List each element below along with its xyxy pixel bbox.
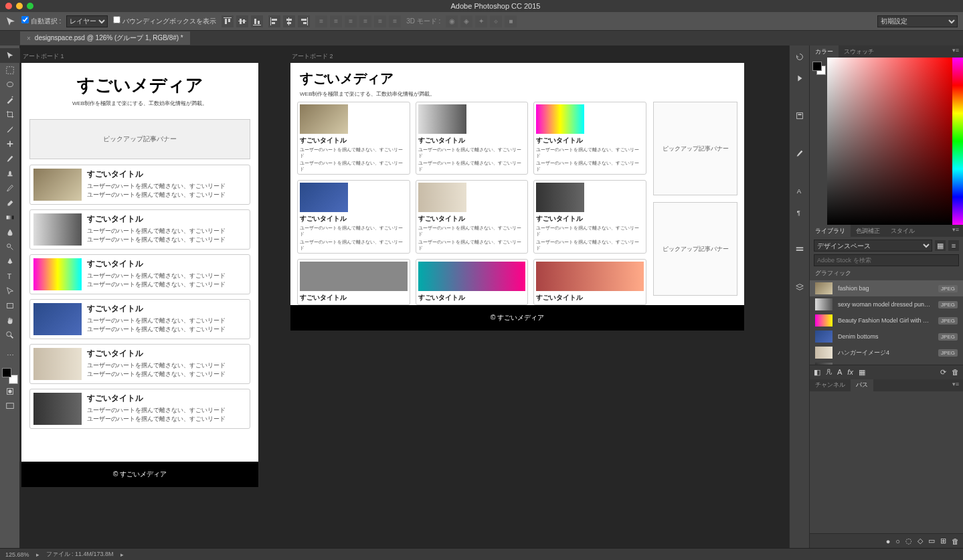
eyedropper-tool[interactable] xyxy=(0,122,20,136)
magic-wand-tool[interactable] xyxy=(0,92,20,107)
history-icon[interactable] xyxy=(794,51,806,63)
3d-5[interactable]: ■ xyxy=(505,15,517,27)
auto-select-dropdown[interactable]: レイヤー xyxy=(66,15,108,27)
grid-view-icon[interactable]: ▦ xyxy=(935,240,946,251)
library-item[interactable]: Denim bottomsJPEG xyxy=(810,329,963,345)
blur-tool[interactable] xyxy=(0,225,20,240)
library-item[interactable]: fashion bagJPEG xyxy=(810,280,963,296)
hand-tool[interactable] xyxy=(0,313,20,328)
color-swatches[interactable] xyxy=(2,368,18,384)
properties-icon[interactable] xyxy=(794,110,806,122)
dist-6[interactable]: ≡ xyxy=(389,15,401,27)
type-tool[interactable]: T xyxy=(0,269,20,284)
tab-swatch[interactable]: スウォッチ xyxy=(839,45,879,58)
align-left-button[interactable] xyxy=(268,15,280,27)
workspace-preset-dropdown[interactable]: 初期設定 xyxy=(877,15,958,27)
library-search-input[interactable] xyxy=(814,254,959,266)
actions-icon[interactable] xyxy=(794,72,806,84)
move-tool[interactable] xyxy=(0,48,20,63)
status-chevron-icon[interactable]: ▸ xyxy=(120,551,124,558)
library-dropdown[interactable]: デザインスペース xyxy=(814,240,932,252)
align-top-button[interactable] xyxy=(222,15,234,27)
sync-icon[interactable]: ⟳ xyxy=(940,368,946,377)
align-hcenter-button[interactable] xyxy=(283,15,295,27)
align-vcenter-button[interactable] xyxy=(236,15,248,27)
new-path-icon[interactable]: ⊞ xyxy=(940,537,946,545)
window-minimize-button[interactable] xyxy=(16,3,23,9)
bounding-box-checkbox[interactable]: バウンディングボックスを表示 xyxy=(113,16,216,26)
screenmode-button[interactable] xyxy=(0,399,20,413)
3d-1[interactable]: ◉ xyxy=(446,15,458,27)
character-icon[interactable]: A xyxy=(794,185,806,197)
marquee-tool[interactable] xyxy=(0,63,20,78)
color-field[interactable] xyxy=(827,58,952,225)
library-item[interactable]: sexy woman model dressed punk, wet ...JP… xyxy=(810,296,963,312)
lasso-tool[interactable] xyxy=(0,78,20,92)
3d-4[interactable]: ⟐ xyxy=(490,15,502,27)
dist-2[interactable]: ≡ xyxy=(330,15,342,27)
dist-1[interactable]: ≡ xyxy=(315,15,327,27)
tab-library[interactable]: ライブラリ xyxy=(810,225,851,237)
make-path-icon[interactable]: ◇ xyxy=(917,537,923,545)
edit-toolbar-button[interactable]: ⋯ xyxy=(0,348,20,363)
stamp-tool[interactable] xyxy=(0,166,20,181)
add-graphic-icon[interactable]: ▦ xyxy=(859,368,865,377)
stroke-path-icon[interactable]: ○ xyxy=(895,537,900,545)
tab-channel[interactable]: チャンネル xyxy=(810,379,851,391)
add-charstyle-icon[interactable]: 凡 xyxy=(826,368,832,377)
artboard-2-label[interactable]: アートボード 2 xyxy=(290,52,744,61)
dist-3[interactable]: ≡ xyxy=(345,15,357,27)
add-fx-icon[interactable]: fx xyxy=(847,368,853,376)
zoom-tool[interactable] xyxy=(0,328,20,343)
panel-menu-icon[interactable]: ▾≡ xyxy=(948,45,963,58)
list-view-icon[interactable]: ≡ xyxy=(948,240,959,251)
layers-icon[interactable] xyxy=(794,281,806,293)
pen-tool[interactable] xyxy=(0,254,20,269)
window-close-button[interactable] xyxy=(5,3,12,9)
info-icon[interactable] xyxy=(794,244,806,256)
panel-menu-icon[interactable]: ▾≡ xyxy=(948,225,963,237)
color-fg-bg-swatch[interactable] xyxy=(812,62,826,75)
path-selection-icon[interactable]: ◌ xyxy=(905,537,912,545)
zoom-level[interactable]: 125.68% xyxy=(5,551,29,558)
fill-path-icon[interactable]: ● xyxy=(886,537,891,545)
rectangle-tool[interactable] xyxy=(0,298,20,313)
mask-icon[interactable]: ▭ xyxy=(928,537,935,545)
artboard-1[interactable]: すごいメディア WEB制作を極限まで楽にする、工数効率化情報が満載。 ピックアッ… xyxy=(21,63,258,487)
panel-menu-icon[interactable]: ▾≡ xyxy=(948,379,963,391)
foreground-color[interactable] xyxy=(2,368,11,377)
artboard-2[interactable]: すごいメディア WEB制作を極限まで楽にする、工数効率化情報が満載。 すごいタイ… xyxy=(290,63,744,331)
healing-tool[interactable] xyxy=(0,136,20,151)
tab-path[interactable]: パス xyxy=(851,379,873,391)
tab-style[interactable]: スタイル xyxy=(885,225,920,237)
trash-icon[interactable]: 🗑 xyxy=(952,368,959,376)
library-item[interactable]: ハンガーイメージ4JPEG xyxy=(810,345,963,361)
zoom-chevron-icon[interactable]: ▸ xyxy=(36,551,39,558)
canvas-area[interactable]: アートボード 1 すごいメディア WEB制作を極限まで楽にする、工数効率化情報が… xyxy=(20,45,789,548)
align-bottom-button[interactable] xyxy=(251,15,263,27)
path-select-tool[interactable] xyxy=(0,284,20,298)
tab-hue[interactable]: 色調補正 xyxy=(851,225,885,237)
align-right-button[interactable] xyxy=(298,15,310,27)
gradient-tool[interactable] xyxy=(0,210,20,225)
quickmask-button[interactable] xyxy=(0,384,20,399)
close-tab-icon[interactable]: × xyxy=(27,35,31,42)
crop-tool[interactable] xyxy=(0,107,20,122)
window-zoom-button[interactable] xyxy=(27,3,33,9)
document-tab[interactable]: × designspace.psd @ 126% (グループ 1, RGB/8#… xyxy=(20,31,190,45)
add-swatch-icon[interactable]: ◧ xyxy=(814,368,820,377)
brush-tool[interactable] xyxy=(0,151,20,166)
eraser-tool[interactable] xyxy=(0,195,20,210)
library-item[interactable]: Beauty Fashion Model Girl with Colorfu..… xyxy=(810,312,963,329)
paragraph-icon[interactable]: ¶ xyxy=(794,206,806,218)
artboard-1-label[interactable]: アートボード 1 xyxy=(21,52,258,61)
auto-select-checkbox[interactable]: 自動選択 : xyxy=(21,16,61,26)
history-brush-tool[interactable] xyxy=(0,181,20,195)
brush-panel-icon[interactable] xyxy=(794,147,806,159)
dist-5[interactable]: ≡ xyxy=(374,15,386,27)
add-text-icon[interactable]: A xyxy=(837,368,842,376)
hue-slider[interactable] xyxy=(952,58,963,225)
dodge-tool[interactable] xyxy=(0,240,20,254)
dist-4[interactable]: ≡ xyxy=(359,15,371,27)
3d-3[interactable]: ✦ xyxy=(475,15,487,27)
